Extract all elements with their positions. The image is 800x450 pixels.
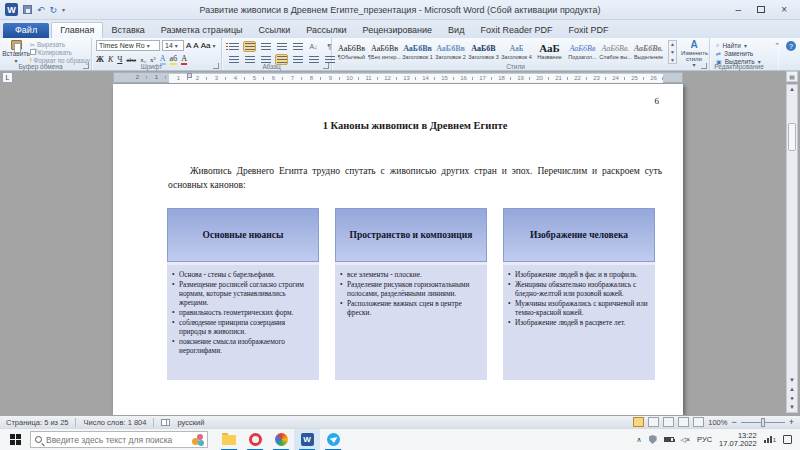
search-input[interactable] — [46, 435, 176, 445]
grow-font-button[interactable]: А — [186, 41, 191, 50]
style-item[interactable]: АаБбВ Заголовок 3 — [467, 40, 500, 64]
undo-icon[interactable]: ↶ — [37, 5, 45, 15]
fullscreen-view-button[interactable] — [648, 417, 659, 427]
ribbon-tab[interactable]: Рецензирование — [355, 23, 441, 38]
canon-box-2[interactable]: Пространство и композиция все элементы -… — [335, 208, 487, 380]
qat-dropdown-icon[interactable]: ▾ — [62, 5, 65, 15]
zoom-in-icon[interactable]: + — [789, 417, 794, 427]
hidden-icons-chevron[interactable]: ∧ — [636, 436, 641, 444]
word-count[interactable]: Число слов: 1 804 — [83, 418, 146, 427]
security-shield-icon[interactable] — [649, 435, 657, 444]
ribbon-tab[interactable]: Рассылки — [298, 23, 354, 38]
ribbon-tab[interactable]: Foxit PDF — [560, 23, 616, 38]
select-browse-object-icon[interactable]: ● — [790, 394, 794, 402]
change-case-button[interactable]: Аа — [201, 41, 211, 50]
scroll-down-icon[interactable]: ▼ — [789, 376, 795, 384]
ribbon-tab[interactable]: Ссылки — [251, 23, 299, 38]
redo-icon[interactable]: ↻ — [50, 5, 58, 15]
ribbon-tab[interactable]: Разметка страницы — [153, 23, 251, 38]
print-layout-view-button[interactable] — [633, 417, 644, 427]
search-highlight-icon[interactable] — [191, 433, 205, 447]
bullet-list-button[interactable] — [227, 41, 240, 52]
ribbon-tab[interactable]: Foxit Reader PDF — [472, 23, 560, 38]
opera-button[interactable] — [242, 429, 268, 450]
page-indicator[interactable]: Страница: 5 из 25 — [6, 418, 68, 427]
minimize-button[interactable]: – — [736, 5, 742, 15]
word-taskbar-button[interactable]: W — [294, 429, 320, 450]
horizontal-ruler[interactable]: 21 1234567891011121314151617181920212223… — [113, 72, 683, 83]
ribbon-tab[interactable]: Главная — [51, 22, 103, 38]
draft-view-button[interactable] — [693, 417, 704, 427]
collapse-ribbon-icon[interactable]: ⌃ — [774, 42, 780, 50]
proofing-icon[interactable] — [161, 419, 170, 426]
font-size-select[interactable]: 14 ▾ — [162, 40, 184, 51]
style-item[interactable]: АаБбВв ¶Без интер... — [368, 40, 401, 64]
ribbon-tab[interactable]: Файл — [3, 23, 49, 38]
style-item[interactable]: АаБбВв Заголовок 1 — [401, 40, 434, 64]
start-button[interactable] — [0, 429, 30, 450]
style-item[interactable]: АаБбВв. Слабое вы... — [599, 40, 632, 64]
zoom-slider[interactable] — [741, 422, 785, 423]
telegram-button[interactable] — [320, 429, 346, 450]
input-language[interactable]: РУС — [697, 435, 712, 444]
ribbon-tab[interactable]: Вставка — [103, 23, 152, 38]
zoom-out-icon[interactable]: − — [731, 417, 736, 427]
outline-view-button[interactable] — [678, 417, 689, 427]
ruler-toggle-icon[interactable]: ▤ — [786, 71, 798, 82]
style-item[interactable]: АаБбВв ¶Обычный — [335, 40, 368, 64]
dialog-launcher-icon[interactable] — [701, 63, 707, 69]
network-icon[interactable]: 1 — [764, 436, 776, 443]
scroll-up-icon[interactable]: ▲ — [670, 41, 675, 47]
canon-box-3[interactable]: Изображение человека Изображение людей в… — [503, 208, 655, 380]
help-icon[interactable]: ? — [786, 41, 796, 51]
paste-button[interactable]: Вставить ▾ — [3, 40, 29, 64]
ribbon-tab[interactable]: Вид — [440, 23, 472, 38]
cut-button[interactable]: ✂ Вырезать — [30, 40, 90, 48]
taskbar-search[interactable] — [30, 431, 208, 448]
tab-stop-selector[interactable]: L — [2, 72, 13, 83]
style-item[interactable]: АаБбВв Подзагол... — [566, 40, 599, 64]
multilevel-list-button[interactable] — [259, 41, 272, 52]
dialog-launcher-icon[interactable] — [83, 63, 89, 69]
scroll-down-icon[interactable]: ▼ — [670, 49, 675, 55]
ribbon: Вставить ▾ ✂ Вырезать Копировать Формат … — [0, 38, 800, 71]
vertical-scrollbar[interactable]: ▲ ▼ ▲ ● ▼ — [786, 84, 798, 413]
language-indicator[interactable]: русский — [177, 418, 204, 427]
save-icon[interactable] — [23, 5, 32, 14]
next-page-icon[interactable]: ▼ — [789, 403, 795, 411]
volume-muted-icon[interactable]: ◁× — [681, 436, 690, 444]
file-explorer-button[interactable] — [216, 429, 242, 450]
maximize-button[interactable] — [757, 6, 765, 13]
taskbar-clock[interactable]: 13:22 17.07.2022 — [719, 432, 757, 448]
font-name-select[interactable]: Times New Ro ▾ — [96, 40, 160, 51]
ruler-cm-mark: 5 — [245, 74, 264, 83]
zoom-slider-thumb[interactable] — [761, 418, 765, 427]
replace-button[interactable]: ⇄ Заменить — [716, 49, 761, 57]
dialog-launcher-icon[interactable] — [213, 63, 219, 69]
copy-button[interactable]: Копировать — [30, 48, 90, 56]
numbered-list-button[interactable] — [243, 41, 256, 52]
find-button[interactable]: ⌕ Найти ▾ — [716, 41, 761, 49]
close-button[interactable]: × — [781, 5, 787, 15]
dialog-launcher-icon[interactable] — [323, 63, 329, 69]
battery-icon[interactable] — [664, 437, 674, 442]
web-layout-view-button[interactable] — [663, 417, 674, 427]
zoom-level[interactable]: 100% — [708, 418, 727, 427]
style-item[interactable]: АаБбВв Заголовок 2 — [434, 40, 467, 64]
scrollbar-thumb[interactable] — [788, 123, 796, 151]
browser-button[interactable] — [268, 429, 294, 450]
canon-box-1[interactable]: Основные нюансы Основа - стены с барелье… — [167, 208, 319, 380]
previous-page-icon[interactable]: ▲ — [789, 385, 795, 393]
first-line-indent-marker[interactable] — [187, 73, 192, 78]
sort-button[interactable]: А↓ — [307, 41, 320, 52]
increase-indent-button[interactable] — [291, 41, 304, 52]
style-gallery-scroll[interactable]: ▲ ▼ ▼ — [668, 40, 677, 64]
document-page[interactable]: 6 1 Каноны живописи в Древнем Египте Жив… — [113, 84, 683, 415]
decrease-indent-button[interactable] — [275, 41, 288, 52]
style-item[interactable]: АаБбВв. Выделение — [632, 40, 665, 64]
action-center-icon[interactable] — [783, 435, 792, 444]
shrink-font-button[interactable]: А — [193, 41, 198, 50]
scroll-up-icon[interactable]: ▲ — [789, 85, 795, 93]
style-item[interactable]: АаБ Заголовок 4 — [500, 40, 533, 64]
style-item[interactable]: АаБ Название — [533, 40, 566, 64]
